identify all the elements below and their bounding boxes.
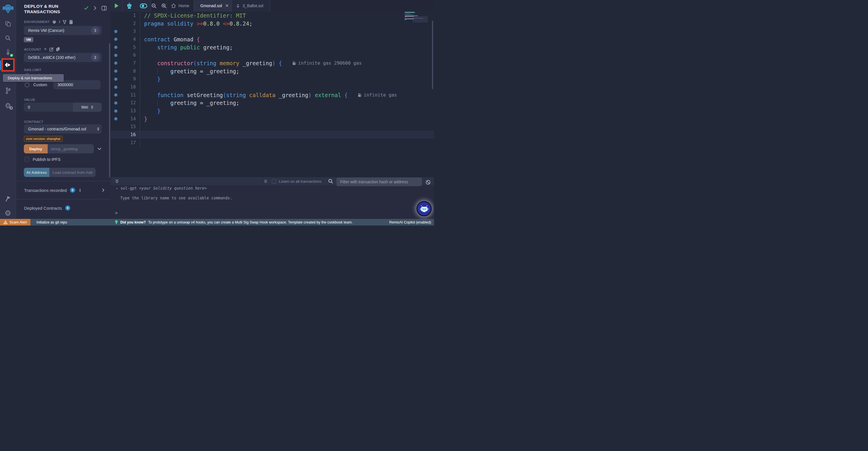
- account-select[interactable]: 0x5B3...eddC4 (100 ether): [24, 53, 102, 62]
- search-button[interactable]: [0, 34, 16, 43]
- tab-ballot[interactable]: 3_Ballot.sol: [232, 0, 270, 11]
- publish-ipfs-checkbox[interactable]: [24, 157, 29, 162]
- deployed-count-badge: 0: [65, 205, 70, 210]
- play-icon: [115, 3, 119, 8]
- deploy-button[interactable]: Deploy: [24, 144, 48, 153]
- git-button[interactable]: [0, 86, 16, 95]
- at-address-button[interactable]: At Address: [24, 168, 50, 177]
- file-explorer-button[interactable]: [0, 20, 16, 28]
- code-text: pragma solidity >=0.8.0 <=0.8.24;: [140, 20, 253, 27]
- code-line[interactable]: 6: [111, 51, 434, 59]
- value-unit-select[interactable]: Wei: [73, 103, 102, 112]
- line-number: 3: [121, 27, 140, 35]
- terminal-output[interactable]: •sol-gpt <your Solidity question here> T…: [111, 185, 434, 219]
- code-text: constructor(string memory _greeting) {in…: [140, 60, 362, 66]
- solidity-compiler-button[interactable]: [0, 48, 16, 56]
- panel-scrollbar[interactable]: [109, 43, 110, 177]
- git-init-button[interactable]: Initialize as git repo: [36, 220, 67, 224]
- fork-state-icon[interactable]: [63, 20, 67, 24]
- clear-console-icon[interactable]: [426, 180, 431, 185]
- unit-testing-button[interactable]: ⚙: [0, 101, 16, 110]
- code-line[interactable]: 10: [111, 83, 434, 91]
- deploy-run-icon: [4, 61, 12, 69]
- account-value: 0x5B3...eddC4 (100 ether): [28, 55, 91, 60]
- deploy-run-button[interactable]: [1, 58, 14, 72]
- zoom-out-icon[interactable]: [151, 3, 157, 9]
- line-number: 17: [121, 139, 140, 147]
- transactions-info-icon[interactable]: i: [80, 188, 81, 193]
- terminal-search-icon[interactable]: [328, 179, 333, 184]
- scam-alert-button[interactable]: Scam Alert: [0, 219, 30, 225]
- code-line[interactable]: 9 }: [111, 75, 434, 83]
- code-line[interactable]: 2pragma solidity >=0.8.0 <=0.8.24;: [111, 20, 434, 28]
- code-editor[interactable]: 1// SPDX-License-Identifier: MIT2pragma …: [111, 11, 434, 177]
- add-account-icon[interactable]: +: [44, 48, 47, 51]
- code-line[interactable]: 15: [111, 123, 434, 131]
- line-number: 10: [121, 83, 140, 91]
- transactions-chevron-icon[interactable]: [102, 188, 104, 192]
- search-icon: [5, 35, 11, 41]
- remix-logo[interactable]: [0, 3, 16, 15]
- delete-env-icon[interactable]: [69, 20, 73, 24]
- ai-assistant-icon[interactable]: [126, 3, 132, 9]
- editor-scrollbar[interactable]: [432, 21, 433, 89]
- tab-home[interactable]: Home: [167, 0, 194, 11]
- copilot-status[interactable]: RemixAI Copilot (enabled): [389, 220, 431, 224]
- line-number: 4: [121, 35, 140, 44]
- settings-button[interactable]: ⚙: [0, 208, 16, 218]
- environment-select[interactable]: Remix VM (Cancun): [24, 26, 102, 35]
- expand-terminal-icon[interactable]: [115, 179, 119, 183]
- run-script-button[interactable]: [111, 0, 123, 11]
- remix-ai-button[interactable]: [416, 201, 432, 216]
- copilot-toggle-icon[interactable]: [140, 3, 147, 8]
- code-line[interactable]: 17: [111, 139, 434, 147]
- code-line[interactable]: 11 function setGreeting(string calldata …: [111, 91, 434, 99]
- contract-select[interactable]: Gmonad - contracts/Gmonad.sol: [24, 124, 102, 134]
- code-text: function setGreeting(string calldata _gr…: [140, 92, 397, 98]
- hammer-icon: [5, 195, 11, 202]
- tab-gmonad[interactable]: Gmonad.sol ✕: [194, 0, 232, 11]
- files-icon: [5, 20, 11, 27]
- value-unit: Wei: [81, 105, 88, 109]
- value-input[interactable]: [24, 103, 73, 112]
- deployed-contracts-row[interactable]: Deployed Contracts 0: [17, 199, 111, 217]
- gutter-dot-icon: [114, 109, 117, 113]
- code-line[interactable]: 12 greeting = _greeting;: [111, 99, 434, 107]
- pin-panel-icon[interactable]: [101, 6, 107, 11]
- gutter-glyph: [111, 93, 121, 96]
- code-line[interactable]: 8 greeting = _greeting;: [111, 67, 434, 75]
- code-line[interactable]: 14}: [111, 115, 434, 123]
- deployed-contracts-label: Deployed Contracts: [24, 206, 62, 210]
- listen-checkbox[interactable]: [272, 179, 276, 184]
- plug-icon[interactable]: [52, 20, 56, 24]
- deploy-expand-chevron-icon[interactable]: [97, 147, 102, 150]
- deploy-arg-input[interactable]: [48, 144, 94, 153]
- custom-gas-radio[interactable]: [25, 82, 30, 87]
- code-line[interactable]: 5 string public greeting;: [111, 44, 434, 51]
- code-line[interactable]: 4contract Gmonad {: [111, 35, 434, 44]
- copy-account-icon[interactable]: [56, 47, 60, 51]
- gutter-glyph: [111, 78, 121, 81]
- plugin-manager-button[interactable]: [0, 194, 16, 203]
- code-line[interactable]: 16: [111, 131, 434, 139]
- did-you-know-tip: Did you know? To prototype on a uniswap …: [115, 220, 353, 224]
- env-info-icon[interactable]: i: [59, 20, 60, 24]
- code-line[interactable]: 7 constructor(string memory _greeting) {…: [111, 59, 434, 67]
- code-line[interactable]: 1// SPDX-License-Identifier: MIT: [111, 11, 434, 20]
- terminal-prompt[interactable]: >: [115, 210, 118, 215]
- status-check-icon: [84, 6, 89, 10]
- compile-success-badge: [9, 53, 14, 57]
- at-address-input[interactable]: [50, 168, 96, 177]
- line-number: 15: [121, 123, 140, 131]
- code-line[interactable]: 3: [111, 27, 434, 35]
- minimap-slider[interactable]: [413, 16, 428, 22]
- terminal-filter-input[interactable]: [336, 177, 422, 186]
- zoom-in-icon[interactable]: [161, 3, 167, 9]
- code-line[interactable]: 13 }: [111, 107, 434, 115]
- tab-close-icon[interactable]: ✕: [225, 3, 229, 8]
- expand-chevron-icon[interactable]: [94, 6, 96, 10]
- gutter-dot-icon: [114, 46, 117, 49]
- publish-ipfs-option[interactable]: Publish to IPFS: [17, 157, 111, 162]
- edit-account-icon[interactable]: [50, 47, 54, 51]
- transactions-recorded-row[interactable]: Transactions recorded 0 i: [17, 181, 111, 199]
